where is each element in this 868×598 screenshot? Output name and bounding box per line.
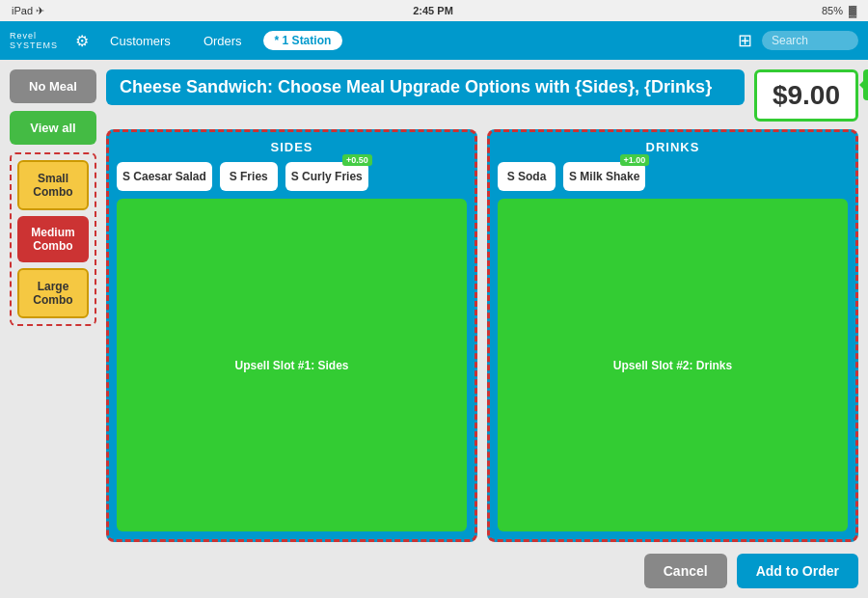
drinks-items: S Soda +1.00 S Milk Shake: [498, 162, 848, 191]
upsell-slot-sides[interactable]: Upsell Slot #1: Sides: [117, 199, 467, 531]
milkshake-badge: +1.00: [620, 154, 650, 166]
sections-row: SIDES S Caesar Salad S Fries +0.50 S Cur…: [106, 129, 858, 542]
header-row: Cheese Sandwich: Choose Meal Upgrade Opt…: [106, 69, 858, 122]
no-meal-button[interactable]: No Meal: [10, 69, 96, 103]
page-title: Cheese Sandwich: Choose Meal Upgrade Opt…: [106, 69, 745, 105]
drink-soda[interactable]: S Soda: [498, 162, 556, 191]
sides-title: SIDES: [117, 140, 467, 154]
status-time: 2:45 PM: [413, 5, 453, 16]
side-fries[interactable]: S Fries: [220, 162, 278, 191]
drinks-section: DRINKS S Soda +1.00 S Milk Shake Upsell …: [487, 129, 858, 542]
large-combo-button[interactable]: Large Combo: [17, 268, 89, 318]
customers-tab[interactable]: Customers: [98, 30, 182, 52]
drinks-title: DRINKS: [498, 140, 848, 154]
price-box: $9.00: [754, 69, 858, 122]
upsell-slot-drinks[interactable]: Upsell Slot #2: Drinks: [498, 199, 848, 531]
footer-row: Cancel Add to Order: [106, 550, 858, 588]
right-content: Cheese Sandwich: Choose Meal Upgrade Opt…: [106, 69, 858, 588]
status-left: iPad ✈: [12, 5, 44, 17]
curly-fries-badge: +0.50: [342, 154, 372, 166]
battery-label: 85%: [822, 5, 843, 16]
sides-items: S Caesar Salad S Fries +0.50 S Curly Fri…: [117, 162, 467, 191]
main-area: No Meal View all Upsell Combos Small Com…: [0, 60, 868, 598]
view-all-button[interactable]: View all: [10, 111, 96, 145]
small-combo-button[interactable]: Small Combo: [17, 160, 89, 210]
side-caesar-salad[interactable]: S Caesar Salad: [117, 162, 212, 191]
battery-icon: ▓: [849, 5, 856, 16]
left-sidebar: No Meal View all Upsell Combos Small Com…: [10, 69, 96, 588]
combo-section: Upsell Combos Small Combo Medium Combo L…: [10, 152, 96, 326]
ipad-label: iPad ✈: [12, 5, 44, 17]
cancel-button[interactable]: Cancel: [644, 554, 727, 588]
status-bar: iPad ✈ 2:45 PM 85% ▓: [0, 0, 868, 21]
logo: Revel SYSTEMS: [10, 31, 58, 50]
add-to-order-button[interactable]: Add to Order: [737, 554, 858, 588]
search-input[interactable]: [762, 31, 858, 50]
orders-tab[interactable]: Orders: [192, 30, 254, 52]
drink-milkshake[interactable]: +1.00 S Milk Shake: [563, 162, 645, 191]
total-price-label: Total Price: [863, 69, 868, 100]
grid-icon: ⊞: [738, 30, 752, 51]
gear-icon[interactable]: ⚙: [75, 32, 89, 50]
station-label[interactable]: * 1 Station: [263, 31, 343, 50]
nav-bar: Revel SYSTEMS ⚙ Customers Orders * 1 Sta…: [0, 21, 868, 60]
status-right: 85% ▓: [822, 5, 856, 16]
medium-combo-button[interactable]: Medium Combo: [17, 216, 89, 262]
sides-section: SIDES S Caesar Salad S Fries +0.50 S Cur…: [106, 129, 477, 542]
side-curly-fries[interactable]: +0.50 S Curly Fries: [285, 162, 368, 191]
